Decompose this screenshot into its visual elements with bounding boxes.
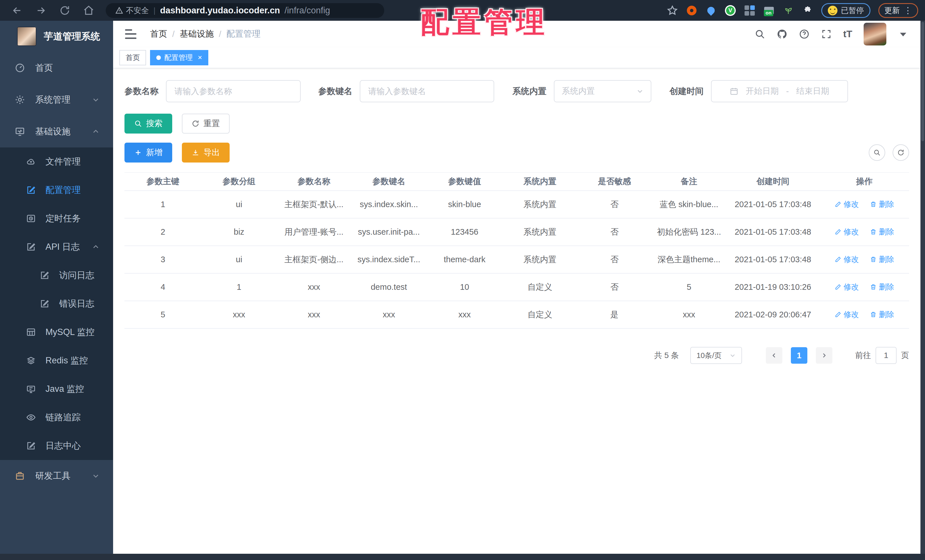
extension-translate-icon[interactable]: on [763, 5, 775, 16]
sidebar-item-home[interactable]: 首页 [0, 52, 113, 84]
sidebar-item-config-management[interactable]: 配置管理 [0, 176, 113, 204]
chevron-up-icon [92, 243, 99, 251]
sidebar-item-api-logs[interactable]: API 日志 [0, 233, 113, 261]
filter-key-input[interactable] [360, 80, 494, 102]
sidebar-item-redis-monitor[interactable]: Redis 监控 [0, 346, 113, 375]
font-size-icon[interactable]: tT [843, 29, 852, 39]
close-icon[interactable]: × [198, 53, 202, 62]
toggle-search-button[interactable] [869, 145, 885, 161]
sidebar-item-tracing[interactable]: 链路追踪 [0, 403, 113, 432]
url-divider: | [154, 6, 155, 15]
sidebar-item-infrastructure[interactable]: 基础设施 [0, 116, 113, 148]
extension-pin-icon[interactable] [705, 5, 717, 16]
browser-update-button[interactable]: 更新 ⋮ [878, 3, 918, 18]
search-icon[interactable] [755, 29, 765, 39]
tags-view-bar: 首页 配置管理 × [113, 47, 920, 68]
goto-page-input[interactable] [875, 347, 896, 364]
refresh-table-button[interactable] [893, 145, 909, 161]
edit-link[interactable]: 修改 [835, 227, 859, 237]
sidebar-item-error-logs[interactable]: 错误日志 [0, 289, 113, 318]
filter-date-range[interactable]: 开始日期 - 结束日期 [711, 80, 848, 102]
chevron-down-icon [92, 472, 99, 480]
address-bar[interactable]: 不安全 | dashboard.yudao.iocoder.cn/infra/c… [106, 3, 384, 18]
sidebar-item-label: 系统管理 [35, 94, 71, 106]
next-page-button[interactable] [816, 347, 832, 364]
tab-config-management[interactable]: 配置管理 × [150, 50, 208, 65]
delete-link[interactable]: 删除 [870, 199, 894, 209]
extension-donut-icon[interactable] [686, 5, 698, 16]
col-header: 参数名称 [277, 172, 351, 191]
github-icon[interactable] [777, 29, 788, 39]
sidebar-item-dev-tools[interactable]: 研发工具 [0, 460, 113, 492]
tab-home[interactable]: 首页 [119, 50, 146, 65]
filter-type-select[interactable]: 系统内置 [554, 80, 651, 102]
refresh-icon [191, 120, 199, 128]
breadcrumb: 首页 / 基础设施 / 配置管理 [150, 28, 261, 40]
horizontal-scrollbar[interactable] [0, 554, 925, 560]
edit-link[interactable]: 修改 [835, 282, 859, 292]
profile-paused-pill[interactable]: 已暂停 [821, 3, 871, 18]
breadcrumb-infrastructure[interactable]: 基础设施 [179, 28, 214, 40]
download-icon [191, 149, 199, 157]
calendar-icon [730, 87, 738, 95]
edit-link[interactable]: 修改 [835, 254, 859, 265]
delete-link[interactable]: 删除 [870, 254, 894, 265]
page-number-1[interactable]: 1 [791, 347, 807, 364]
page-size-select[interactable]: 10条/页 [690, 347, 742, 364]
edit-pencil-icon [835, 311, 841, 318]
browser-forward-icon[interactable] [35, 5, 47, 16]
edit-square-icon [26, 242, 36, 252]
sidebar-item-log-center[interactable]: 日志中心 [0, 432, 113, 460]
extension-grid-icon[interactable] [744, 5, 755, 16]
sidebar-item-system[interactable]: 系统管理 [0, 84, 113, 116]
filter-form: 参数名称 参数键名 系统内置 系统内置 创建时间 开始日期 - 结束日期 [125, 80, 909, 102]
chevron-left-icon [771, 352, 777, 358]
sidebar-item-file-management[interactable]: 文件管理 [0, 148, 113, 176]
delete-link[interactable]: 删除 [870, 282, 894, 292]
delete-link[interactable]: 删除 [870, 227, 894, 237]
filter-name-input[interactable] [166, 80, 301, 102]
delete-link[interactable]: 删除 [870, 309, 894, 320]
table-actions-row: 新增 导出 [125, 143, 909, 163]
browser-reload-icon[interactable] [59, 5, 71, 16]
date-end-placeholder: 结束日期 [796, 86, 829, 97]
create-button[interactable]: 新增 [125, 143, 172, 163]
sidebar-item-access-logs[interactable]: 访问日志 [0, 261, 113, 289]
prev-page-button[interactable] [766, 347, 782, 364]
fullscreen-icon[interactable] [821, 29, 832, 39]
sidebar-item-label: 研发工具 [35, 470, 71, 482]
sidebar-item-label: Redis 监控 [45, 355, 88, 366]
search-button[interactable]: 搜索 [125, 114, 172, 134]
bookmark-star-icon[interactable] [667, 5, 678, 16]
trash-icon [870, 283, 877, 291]
edit-link[interactable]: 修改 [835, 309, 859, 320]
sidebar-item-label: 定时任务 [45, 212, 81, 224]
edit-square-icon [26, 441, 36, 451]
sidebar-item-java-monitor[interactable]: Java 监控 [0, 375, 113, 403]
avatar-caret-icon[interactable] [898, 29, 908, 39]
edit-link[interactable]: 修改 [835, 199, 859, 209]
pagination: 共 5 条 10条/页 1 前往 页 [125, 347, 909, 364]
vertical-scrollbar[interactable] [920, 21, 925, 554]
sidebar-logo[interactable]: 芋道管理系统 [0, 21, 113, 52]
browser-back-icon[interactable] [11, 5, 23, 16]
extensions-puzzle-icon[interactable] [802, 5, 814, 16]
extension-sprout-icon[interactable] [783, 5, 794, 16]
extension-v-icon[interactable]: V [725, 5, 736, 16]
breadcrumb-home[interactable]: 首页 [150, 28, 167, 40]
browser-home-icon[interactable] [83, 5, 94, 16]
user-avatar[interactable] [863, 23, 886, 45]
security-warning[interactable]: 不安全 [115, 5, 149, 16]
kebab-menu-icon[interactable]: ⋮ [904, 5, 912, 15]
reset-button[interactable]: 重置 [182, 114, 230, 134]
export-button[interactable]: 导出 [182, 143, 230, 163]
sidebar-toggle-icon[interactable] [125, 29, 136, 39]
sidebar-item-scheduled-tasks[interactable]: 定时任务 [0, 204, 113, 233]
scrollbar-thumb[interactable] [921, 22, 924, 141]
logo-avatar [17, 27, 36, 46]
help-icon[interactable] [799, 29, 810, 39]
col-header: 参数分组 [202, 172, 277, 191]
col-header: 创建时间 [726, 172, 820, 191]
sidebar-item-mysql-monitor[interactable]: MySQL 监控 [0, 318, 113, 346]
edit-pencil-icon [835, 283, 841, 291]
